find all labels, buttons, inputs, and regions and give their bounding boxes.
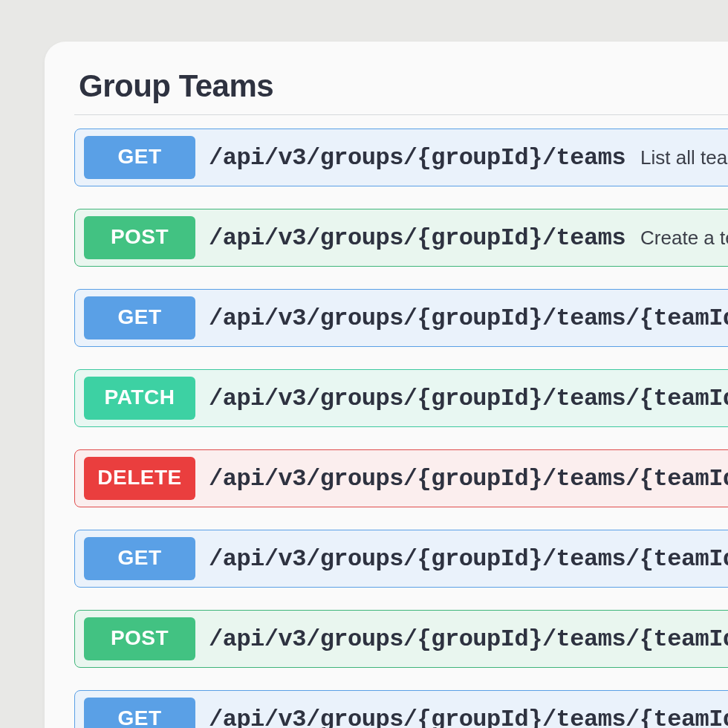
operation-row[interactable]: PATCH/api/v3/groups/{groupId}/teams/{tea… <box>74 369 728 427</box>
method-badge: GET <box>84 136 195 179</box>
operation-path: /api/v3/groups/{groupId}/teams/{teamId} <box>209 625 728 653</box>
method-badge: GET <box>84 698 195 728</box>
operation-path: /api/v3/groups/{groupId}/teams <box>209 224 625 252</box>
operation-path: /api/v3/groups/{groupId}/teams/{teamId} <box>209 706 728 729</box>
api-section-card: Group Teams GET/api/v3/groups/{groupId}/… <box>45 42 728 728</box>
method-badge: POST <box>84 617 195 660</box>
method-badge: GET <box>84 537 195 580</box>
operation-path: /api/v3/groups/{groupId}/teams/{teamId} <box>209 305 728 332</box>
operation-row[interactable]: POST/api/v3/groups/{groupId}/teams/{team… <box>74 610 728 668</box>
operation-summary: Create a team <box>640 227 728 250</box>
method-badge: GET <box>84 296 195 339</box>
method-badge: PATCH <box>84 377 195 420</box>
operation-path: /api/v3/groups/{groupId}/teams/{teamId} <box>209 545 728 573</box>
operation-path: /api/v3/groups/{groupId}/teams/{teamId} <box>209 385 728 412</box>
operations-list: GET/api/v3/groups/{groupId}/teamsList al… <box>74 129 728 728</box>
method-badge: POST <box>84 216 195 259</box>
operation-row[interactable]: GET/api/v3/groups/{groupId}/teamsList al… <box>74 129 728 186</box>
operation-path: /api/v3/groups/{groupId}/teams/{teamId} <box>209 465 728 493</box>
operation-row[interactable]: GET/api/v3/groups/{groupId}/teams/{teamI… <box>74 690 728 728</box>
operation-row[interactable]: DELETE/api/v3/groups/{groupId}/teams/{te… <box>74 449 728 507</box>
operation-row[interactable]: GET/api/v3/groups/{groupId}/teams/{teamI… <box>74 530 728 588</box>
method-badge: DELETE <box>84 457 195 500</box>
operation-row[interactable]: GET/api/v3/groups/{groupId}/teams/{teamI… <box>74 289 728 347</box>
section-title: Group Teams <box>79 68 728 104</box>
operation-summary: List all teams <box>640 146 728 169</box>
operation-row[interactable]: POST/api/v3/groups/{groupId}/teamsCreate… <box>74 209 728 267</box>
section-divider <box>74 114 728 115</box>
operation-path: /api/v3/groups/{groupId}/teams <box>209 144 625 172</box>
